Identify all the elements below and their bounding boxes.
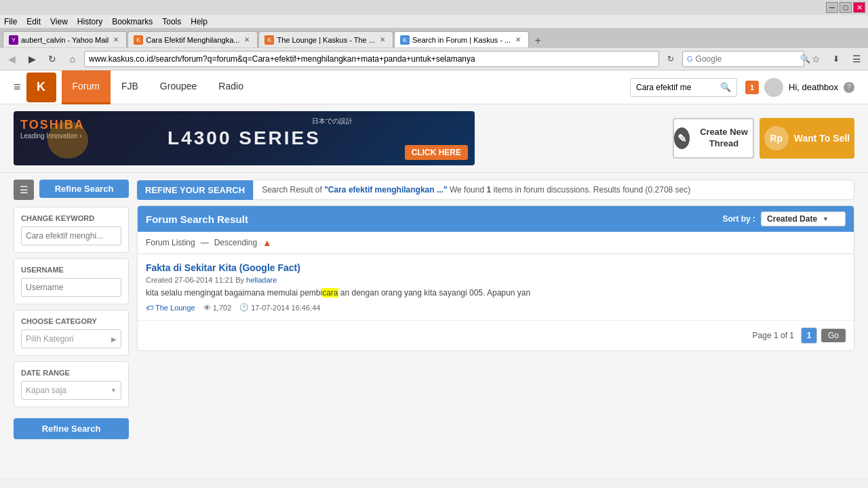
banner-japan-text: 日本での設計: [312, 117, 353, 126]
date-dropdown[interactable]: Kapan saja ▼: [21, 381, 121, 400]
refine-search-btn[interactable]: Refine Search: [14, 418, 129, 439]
by-label: By: [235, 276, 246, 284]
menu-view[interactable]: View: [50, 17, 68, 26]
found-suffix: items in forum discussions. Results foun…: [491, 185, 690, 195]
title-bar: ─ □ ✕: [0, 0, 868, 15]
tab-yahoo[interactable]: Y aubert_calvin - Yahoo Mail ✕: [3, 31, 127, 47]
user-avatar[interactable]: [764, 78, 783, 97]
sort-option: Created Date: [767, 214, 817, 224]
list-view-icon[interactable]: ☰: [14, 180, 34, 200]
banner-actions: ✎ Create New Thread Rp Want To Sell: [673, 118, 854, 159]
menu-history[interactable]: History: [77, 17, 102, 26]
refresh-btn[interactable]: ↻: [43, 50, 61, 68]
tab-cara-label: Cara Efektif Menghilangka...: [146, 36, 239, 44]
menu-file[interactable]: File: [4, 17, 17, 26]
hamburger-icon[interactable]: ≡: [14, 80, 21, 94]
tab-lounge-close[interactable]: ✕: [378, 35, 387, 45]
tab-lounge-label: The Lounge | Kaskus - The ...: [277, 36, 375, 44]
banner-series: L4300 SERIES: [167, 127, 321, 149]
download-btn[interactable]: ⬇: [827, 50, 845, 68]
maximize-btn[interactable]: □: [840, 2, 852, 13]
search-query: "Cara efektif menghilangkan ...": [324, 185, 447, 195]
nav-forum[interactable]: Forum: [62, 70, 111, 104]
nav-fjb[interactable]: FJB: [111, 70, 149, 104]
results-title: Forum Search Result: [146, 214, 248, 225]
keyword-input[interactable]: [21, 226, 121, 245]
go-btn[interactable]: Go: [821, 329, 846, 342]
banner-cta[interactable]: CLICK HERE: [405, 145, 468, 160]
result-title[interactable]: Fakta di Sekitar Kita (Google Fact): [146, 262, 846, 273]
address-bar[interactable]: [84, 51, 659, 67]
refine-search-tab[interactable]: REFINE YOUR SEARCH: [137, 180, 253, 200]
yahoo-favicon: Y: [9, 35, 18, 45]
main-content: ☰ Refine Search CHANGE KEYWORD USERNAME …: [0, 173, 868, 478]
page-info: Page 1 of 1: [753, 331, 794, 340]
sort-by: Sort by : Created Date: [722, 211, 846, 226]
lounge-favicon: K: [264, 35, 274, 45]
tab-search[interactable]: K Search in Forum | Kaskus - ... ✕: [394, 31, 529, 47]
tab-lounge[interactable]: K The Lounge | Kaskus - The ... ✕: [258, 31, 393, 47]
created-date: 27-06-2014 11:21: [174, 276, 233, 284]
nav-groupee[interactable]: Groupee: [149, 70, 208, 104]
results-header: Forum Search Result Sort by : Created Da…: [138, 206, 854, 232]
last-date: 17-07-2014 16:46:44: [251, 304, 320, 312]
google-search-input[interactable]: [696, 54, 797, 64]
tab-cara-close[interactable]: ✕: [242, 35, 252, 45]
date-value: Kapan saja: [26, 386, 66, 395]
browser-search-bar[interactable]: G 🔍: [682, 51, 804, 67]
minimize-btn[interactable]: ─: [826, 2, 838, 13]
help-icon[interactable]: ?: [844, 82, 854, 93]
notification-badge[interactable]: 1: [745, 81, 759, 94]
create-thread-btn[interactable]: ✎ Create New Thread: [673, 118, 754, 159]
back-btn[interactable]: ◀: [3, 50, 20, 68]
sidebar: ☰ Refine Search CHANGE KEYWORD USERNAME …: [14, 180, 129, 471]
site-search-icon[interactable]: 🔍: [720, 82, 731, 92]
page-content: ≡ K Forum FJB Groupee Radio 🔍 1 Hi, deat…: [0, 70, 868, 478]
address-input[interactable]: [89, 54, 654, 64]
tab-cara[interactable]: K Cara Efektif Menghilangka... ✕: [127, 31, 258, 47]
date-arrow-icon: ▼: [111, 387, 117, 394]
date-range-label: DATE RANGE: [21, 369, 121, 377]
tag-date: 🕐 17-07-2014 16:46:44: [239, 303, 320, 312]
result-author[interactable]: helladare: [246, 276, 277, 284]
tab-search-close[interactable]: ✕: [513, 35, 523, 45]
result-meta: Created 27-06-2014 11:21 By helladare: [146, 276, 846, 284]
search-favicon: K: [400, 35, 410, 45]
sort-dropdown[interactable]: Created Date: [761, 211, 846, 226]
user-name: Hi, deathbox: [789, 82, 838, 92]
tag-category[interactable]: 🏷 The Lounge: [146, 304, 195, 312]
user-area: 1 Hi, deathbox ?: [745, 78, 854, 97]
search-result-text: Search Result of: [262, 185, 324, 195]
refresh-small-btn[interactable]: ↻: [662, 50, 679, 68]
username-input[interactable]: [21, 278, 121, 297]
site-search-input[interactable]: [636, 83, 717, 92]
page-number-1[interactable]: 1: [801, 327, 817, 344]
menu-edit[interactable]: Edit: [26, 17, 41, 26]
keyword-label: CHANGE KEYWORD: [21, 214, 121, 222]
keyword-section: CHANGE KEYWORD: [14, 207, 129, 253]
listing-separator: —: [201, 238, 209, 247]
forward-btn[interactable]: ▶: [23, 50, 41, 68]
tabs-bar: Y aubert_calvin - Yahoo Mail ✕ K Cara Ef…: [0, 28, 868, 47]
site-search-box[interactable]: 🔍: [630, 78, 737, 97]
nav-radio[interactable]: Radio: [208, 70, 254, 104]
sort-arrow-icon[interactable]: ▲: [262, 237, 272, 248]
menu-help[interactable]: Help: [191, 17, 208, 26]
site-logo[interactable]: K: [26, 73, 56, 102]
bookmark-star-btn[interactable]: ☆: [807, 50, 825, 68]
menu-btn[interactable]: ☰: [848, 50, 865, 68]
result-snippet: kita selalu mengingat bagaimana memulai …: [146, 288, 846, 298]
menu-tools[interactable]: Tools: [162, 17, 181, 26]
home-btn[interactable]: ⌂: [64, 50, 81, 68]
new-tab-btn[interactable]: +: [530, 34, 546, 47]
sort-label: Sort by :: [722, 214, 755, 224]
category-name[interactable]: The Lounge: [155, 304, 195, 312]
pencil-icon: ✎: [674, 127, 690, 149]
tab-yahoo-close[interactable]: ✕: [111, 35, 121, 45]
category-select[interactable]: Pilih Kategori ▶: [21, 329, 121, 348]
want-to-sell-btn[interactable]: Rp Want To Sell: [760, 118, 854, 159]
close-btn[interactable]: ✕: [853, 2, 865, 13]
refine-btn[interactable]: Refine Search: [39, 180, 129, 198]
want-to-sell-label: Want To Sell: [794, 132, 850, 144]
menu-bookmarks[interactable]: Bookmarks: [112, 17, 153, 26]
